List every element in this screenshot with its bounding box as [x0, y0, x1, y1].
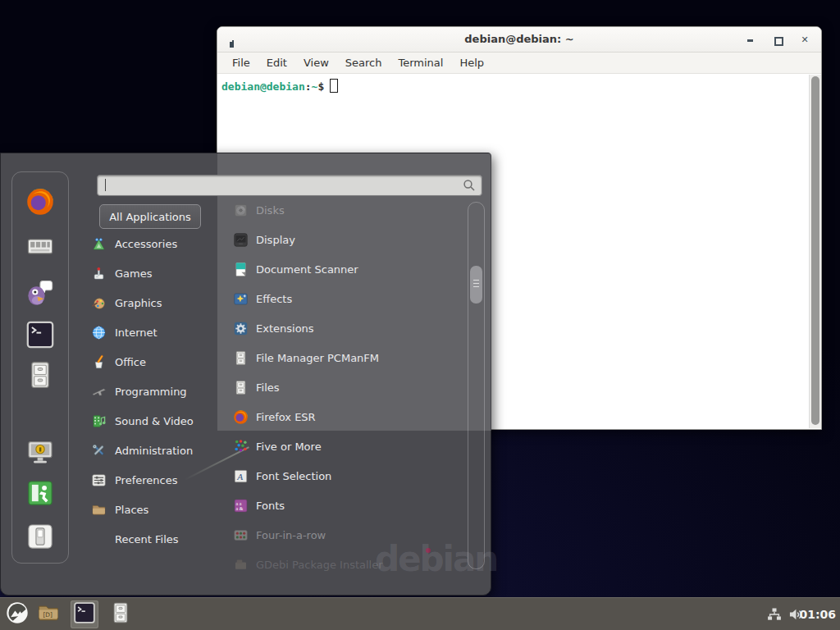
disks-icon [233, 203, 249, 218]
preferences-icon [91, 472, 107, 488]
terminal-icon [73, 601, 96, 628]
app-list-scrollbar[interactable] [468, 202, 485, 569]
app-label: Document Scanner [256, 263, 358, 276]
lock-screen-icon [25, 437, 56, 467]
minimize-button[interactable] [745, 34, 756, 46]
app-document-scanner[interactable]: Document Scanner [233, 254, 461, 284]
application-list: DisksDisplayDocument ScannerEffectsExten… [233, 195, 461, 579]
window-title: debian@debian: ~ [217, 33, 821, 45]
app-firefox-esr[interactable]: Firefox ESR [233, 402, 461, 431]
category-preferences[interactable]: Preferences [91, 465, 226, 495]
app-extensions[interactable]: Extensions [233, 313, 461, 343]
shut-down-button[interactable] [25, 521, 56, 552]
app-four-in-a-row[interactable]: Four-in-a-row [233, 520, 461, 550]
favorite-pidgin[interactable] [25, 276, 56, 308]
app-label: Display [256, 234, 295, 246]
favorite-firefox[interactable] [25, 186, 56, 217]
terminal-menu-file[interactable]: File [224, 54, 258, 71]
terminal-menu-view[interactable]: View [295, 54, 337, 71]
administration-icon [91, 443, 107, 459]
app-label: Four-in-a-row [256, 529, 326, 541]
app-disks[interactable]: Disks [233, 195, 461, 225]
firefox-icon [233, 409, 249, 425]
app-effects[interactable]: Effects [233, 284, 461, 313]
category-office[interactable]: Office [91, 347, 226, 377]
icon-spacer [91, 532, 107, 547]
clock[interactable]: 01:06 [799, 598, 836, 630]
network-tray-icon[interactable] [766, 606, 783, 623]
app-label: Disks [256, 204, 285, 217]
terminal-icon [25, 320, 56, 349]
app-list-scrollbar-thumb[interactable] [470, 266, 482, 304]
accessories-icon [91, 236, 107, 252]
app-font-selection[interactable]: AFont Selection [233, 461, 461, 491]
category-label: Games [115, 267, 152, 280]
category-graphics[interactable]: Graphics [91, 288, 226, 317]
taskbar-terminal-window[interactable] [71, 600, 98, 628]
category-administration[interactable]: Administration [91, 436, 226, 465]
maximize-button[interactable] [772, 34, 783, 46]
terminal-menubar: FileEditViewSearchTerminalHelp [217, 52, 821, 74]
app-five-or-more[interactable]: Five or More [233, 431, 461, 461]
taskbar-files-launcher[interactable] [107, 600, 135, 628]
category-sound-video[interactable]: Sound & Video [91, 406, 226, 436]
category-label: Graphics [115, 297, 162, 309]
category-games[interactable]: Games [91, 258, 226, 288]
graphics-icon [91, 295, 107, 311]
app-label: Effects [256, 293, 292, 305]
favorite-terminal[interactable] [25, 319, 56, 350]
effects-icon [233, 291, 249, 307]
category-internet[interactable]: Internet [91, 317, 226, 347]
prompt-user: debian@debian [221, 80, 305, 93]
prompt-dollar: $ [317, 80, 324, 93]
app-label: GDebi Package Installer [256, 559, 383, 571]
log-out-button[interactable] [25, 477, 56, 509]
keyboard-icon [25, 232, 56, 262]
taskbar-applications-menu-launcher[interactable] [3, 600, 31, 628]
category-label: Sound & Video [115, 415, 194, 427]
close-button[interactable]: ✕ [799, 34, 810, 46]
taskbar-file-manager-launcher[interactable]: [D] [34, 600, 62, 628]
favorite-keyboard[interactable] [25, 231, 56, 262]
terminal-menu-search[interactable]: Search [337, 54, 390, 71]
category-recent-files[interactable]: Recent Files [91, 524, 226, 554]
terminal-menu-terminal[interactable]: Terminal [390, 54, 451, 71]
category-accessories[interactable]: Accessories [91, 229, 226, 258]
four-in-a-row-icon [233, 527, 249, 543]
search-icon [463, 179, 476, 192]
app-label: Firefox ESR [256, 411, 316, 423]
app-fonts[interactable]: a aa &Fonts [233, 491, 461, 520]
programming-icon [91, 384, 107, 399]
terminal-titlebar[interactable]: debian@debian: ~ ✕ [217, 27, 821, 52]
network-icon [766, 610, 783, 626]
app-gdebi-package-installer[interactable]: GDebi Package Installer [233, 550, 461, 579]
display-icon [233, 232, 249, 248]
games-icon [91, 266, 107, 281]
category-programming[interactable]: Programming [91, 377, 226, 406]
internet-icon [91, 325, 107, 340]
category-label: Preferences [115, 474, 177, 486]
taskbar: [D] 01:06 [0, 597, 840, 630]
search-input[interactable] [97, 175, 482, 196]
lock-screen-button[interactable] [25, 436, 56, 468]
app-file-manager-pcmanfm[interactable]: File Manager PCManFM [233, 343, 461, 372]
category-places[interactable]: Places [91, 495, 226, 524]
folder-icon: [D] [37, 601, 60, 628]
terminal-menu-help[interactable]: Help [451, 54, 492, 71]
app-label: Extensions [256, 322, 314, 335]
terminal-scrollbar[interactable] [809, 75, 821, 428]
app-label: File Manager PCManFM [256, 352, 379, 364]
favorite-file-manager[interactable] [25, 359, 56, 390]
terminal-scrollbar-thumb[interactable] [811, 76, 819, 425]
all-applications-button[interactable]: All Applications [99, 204, 201, 229]
menu-logo-icon [6, 601, 29, 628]
category-label: Administration [115, 445, 193, 457]
desktop: debian@debian: ~ ✕ FileEditViewSearchTer… [0, 0, 840, 630]
category-label: Programming [115, 386, 187, 398]
terminal-menu-edit[interactable]: Edit [258, 54, 295, 71]
app-display[interactable]: Display [233, 225, 461, 254]
svg-text:a a: a a [236, 500, 242, 505]
app-label: Five or More [256, 441, 322, 453]
pidgin-icon [25, 277, 56, 307]
app-files[interactable]: Files [233, 372, 461, 402]
